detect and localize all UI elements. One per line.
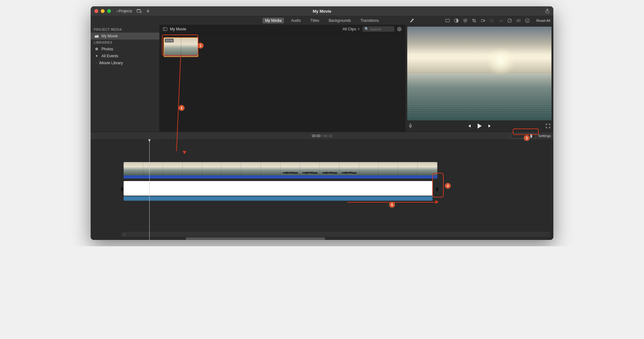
screen-icon[interactable]: [445, 18, 450, 23]
svg-rect-0: [137, 10, 140, 12]
window-title: My Movie: [313, 9, 332, 14]
annotation-badge-3: 3: [524, 135, 530, 141]
sidebar-item-all-events[interactable]: ✦ All Events: [91, 53, 159, 60]
window-controls: [94, 9, 111, 13]
audio-clip-strip[interactable]: [124, 175, 437, 179]
project-media-header: PROJECT MEDIA: [91, 27, 159, 33]
fullscreen-window-button[interactable]: [107, 9, 111, 13]
browser-title: My Movie: [170, 27, 186, 31]
projects-back-button[interactable]: ‹ Projects: [117, 9, 132, 13]
search-input[interactable]: [370, 27, 392, 31]
chevron-left-icon: ‹: [117, 9, 118, 13]
sidebar-item-photos[interactable]: ✽ Photos: [91, 46, 159, 53]
tab-my-media[interactable]: My Media: [262, 18, 284, 23]
reset-all-button[interactable]: Reset All: [537, 19, 550, 22]
list-view-icon[interactable]: [163, 27, 167, 31]
crop-icon[interactable]: [472, 18, 476, 23]
svg-rect-4: [445, 19, 449, 22]
tab-titles[interactable]: Titles: [308, 18, 322, 23]
app-window: ‹ Projects My Movie My Media Audio Title…: [91, 6, 553, 240]
preview-video[interactable]: [407, 27, 551, 120]
photos-icon: ✽: [94, 47, 99, 51]
svg-rect-1: [137, 9, 140, 10]
annotation-arrowhead-1: [183, 151, 186, 154]
upper-panel: PROJECT MEDIA My Movie LIBRARIES ✽ Photo…: [91, 25, 553, 132]
color-correction-icon[interactable]: [463, 18, 467, 23]
adjustment-toolbar: Reset All: [445, 18, 550, 23]
sidebar-item-imovie-library[interactable]: › iMovie Library: [91, 60, 159, 66]
sidebar-item-label: My Movie: [101, 34, 118, 38]
media-browser: My Movie All Clips ⇅ 🔍 10.0s: [160, 25, 405, 132]
zoom-knob[interactable]: [530, 134, 532, 138]
timeline-scrollbar[interactable]: [186, 237, 325, 240]
preview-controls: [405, 120, 553, 132]
noise-reduction-icon[interactable]: [499, 18, 503, 23]
titlebar: ‹ Projects My Movie: [91, 6, 553, 16]
sidebar-item-label: iMovie Library: [99, 61, 123, 65]
tab-backgrounds[interactable]: Backgrounds: [326, 18, 353, 23]
minimize-window-button[interactable]: [101, 9, 105, 13]
tab-audio[interactable]: Audio: [288, 18, 303, 23]
star-icon: ✦: [94, 54, 99, 58]
timeline-header: 00:00 / 00:10 Settings: [91, 132, 553, 139]
media-clip-thumbnail[interactable]: 10.0s: [164, 37, 198, 57]
sidebar-item-label: All Events: [101, 54, 118, 58]
svg-rect-15: [163, 28, 167, 31]
libraries-header: LIBRARIES: [91, 40, 159, 46]
preview-sun-flare: [486, 47, 515, 76]
svg-rect-14: [95, 35, 99, 38]
playhead[interactable]: [149, 139, 150, 240]
close-window-button[interactable]: [94, 9, 98, 13]
timeline-timecode: 00:00 / 00:10: [312, 134, 332, 138]
title-clip[interactable]: [124, 181, 433, 196]
gear-icon[interactable]: [397, 27, 402, 32]
background-music-track[interactable]: ♫: [121, 232, 550, 237]
clip-filter-icon[interactable]: [516, 18, 521, 23]
previous-frame-button[interactable]: [467, 124, 471, 128]
fullscreen-icon[interactable]: [546, 124, 550, 128]
preview-ocean: [407, 73, 551, 120]
sidebar: PROJECT MEDIA My Movie LIBRARIES ✽ Photo…: [91, 25, 160, 132]
transition-handle-right[interactable]: [436, 187, 438, 191]
all-clips-label: All Clips: [343, 27, 356, 31]
info-icon[interactable]: [525, 18, 530, 23]
title-audio-strip[interactable]: [124, 196, 433, 201]
timeline-zoom-slider[interactable]: [511, 133, 536, 138]
timeline[interactable]: ♫: [91, 139, 553, 240]
tab-transitions[interactable]: Transitions: [358, 18, 381, 23]
media-tabs-bar: My Media Audio Titles Backgrounds Transi…: [91, 16, 553, 25]
annotation-arrowhead-5: [435, 200, 439, 204]
projects-label: Projects: [119, 9, 132, 13]
search-icon: 🔍: [364, 27, 369, 31]
import-media-button[interactable]: [137, 9, 142, 13]
transition-handle-left[interactable]: [121, 187, 123, 191]
search-field[interactable]: 🔍: [363, 26, 394, 32]
volume-icon[interactable]: [490, 18, 494, 23]
svg-rect-18: [410, 124, 411, 126]
speed-icon[interactable]: [507, 18, 512, 23]
play-button[interactable]: [477, 123, 482, 129]
chevron-right-icon: ›: [96, 61, 97, 65]
timeline-settings-button[interactable]: Settings: [538, 134, 551, 138]
enhance-wand-icon[interactable]: [409, 18, 414, 23]
svg-rect-9: [481, 19, 484, 22]
download-arrow-icon[interactable]: [146, 9, 150, 13]
video-clip-strip[interactable]: [124, 162, 437, 175]
preview-pane: [405, 25, 553, 132]
annotation-badge-2: 2: [179, 105, 184, 111]
svg-point-17: [399, 28, 400, 30]
sidebar-item-my-movie[interactable]: My Movie: [91, 33, 159, 40]
video-track[interactable]: [124, 162, 437, 179]
browser-body: 10.0s: [160, 34, 405, 132]
voiceover-mic-icon[interactable]: [409, 123, 412, 129]
sidebar-item-label: Photos: [101, 47, 113, 51]
color-balance-icon[interactable]: [454, 18, 459, 23]
annotation-badge-4: 4: [445, 183, 451, 189]
next-frame-button[interactable]: [488, 124, 492, 128]
stabilization-icon[interactable]: [481, 18, 485, 23]
all-clips-dropdown[interactable]: All Clips ⇅: [343, 27, 360, 31]
share-icon[interactable]: [545, 9, 550, 14]
annotation-badge-5: 5: [389, 202, 395, 208]
music-note-icon: ♫: [123, 232, 126, 236]
timecode-current: 00:00: [312, 134, 321, 138]
